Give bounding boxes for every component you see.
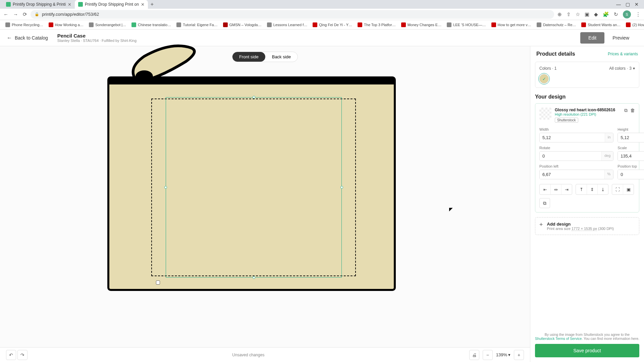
bookmark-item[interactable]: How Working a…: [47, 22, 86, 27]
translate-icon[interactable]: ⊕: [557, 11, 562, 17]
minimize-icon[interactable]: —: [616, 2, 621, 7]
rotate-label: Rotate: [539, 146, 613, 150]
extension-icon[interactable]: ◆: [594, 11, 598, 17]
close-window-icon[interactable]: ✕: [635, 2, 639, 7]
close-icon[interactable]: ✕: [68, 2, 71, 7]
layer-thumbnail[interactable]: [539, 108, 551, 120]
bookmark-favicon: [223, 22, 228, 27]
position-left-input[interactable]: [540, 170, 604, 179]
bookmark-item[interactable]: Lessons Learned f…: [265, 22, 310, 27]
back-to-catalog-button[interactable]: ← Back to Catalog: [7, 35, 48, 41]
color-swatch[interactable]: ✓: [539, 74, 549, 83]
preview-tab[interactable]: Preview: [604, 32, 637, 44]
zoom-level-dropdown[interactable]: 139% ▾: [495, 352, 512, 357]
address-bar[interactable]: 🔒 printify.com/app/editor/753/62: [31, 10, 554, 19]
bookmark-item[interactable]: GMSN – Vologda…: [221, 22, 264, 27]
prices-variants-link[interactable]: Prices & variants: [608, 52, 638, 56]
tab-title: Printify Drop Shipping Print on: [85, 2, 139, 7]
print-preview-button[interactable]: 🖨: [469, 350, 479, 360]
scale-label: Scale: [618, 146, 644, 150]
colors-label: Colors · 1: [539, 66, 556, 71]
align-vcenter-button[interactable]: ⇕: [587, 184, 597, 194]
forward-icon[interactable]: →: [13, 11, 18, 17]
redo-button[interactable]: ↷: [17, 350, 28, 360]
resize-handle-e[interactable]: [340, 186, 343, 189]
bookmark-item[interactable]: LEE 'S HOUSE—…: [445, 22, 488, 27]
copy-to-sides-button[interactable]: ⧉: [539, 198, 550, 208]
browser-tab[interactable]: Printify Drop Shipping & Printi ✕: [3, 0, 75, 9]
bookmark-item[interactable]: Tutorial: Eigene Fa…: [174, 22, 220, 27]
align-hcenter-button[interactable]: ⇔: [550, 184, 561, 194]
align-bottom-button[interactable]: ⤓: [597, 184, 608, 194]
bookmark-item[interactable]: Phone Recycling…: [3, 22, 45, 27]
unit-label: %: [604, 170, 613, 179]
undo-button[interactable]: ↶: [6, 350, 16, 360]
side-toggle: Front side Back side: [232, 52, 298, 62]
height-input[interactable]: [618, 133, 644, 142]
add-design-button[interactable]: + Add design Print area size 1772 × 1535…: [535, 217, 639, 235]
back-side-button[interactable]: Back side: [265, 52, 298, 62]
align-right-button[interactable]: ⇥: [561, 184, 572, 194]
bottom-toolbar: ↶ ↷ Unsaved changes 🖨 − 139% ▾ +: [0, 347, 530, 362]
shutterstock-tos-link[interactable]: Shutterstock Terms of Service: [535, 337, 582, 341]
bookmark-item[interactable]: Qing Fei De Yi - Y…: [311, 22, 354, 27]
vertical-align-group: ⤒ ⇕ ⤓: [576, 184, 608, 195]
bookmark-favicon: [581, 22, 586, 27]
bookmark-favicon: [358, 22, 362, 27]
design-selection[interactable]: [166, 97, 342, 278]
unit-label: in: [605, 133, 613, 142]
save-status: Unsaved changes: [28, 353, 469, 357]
bookmark-item[interactable]: Datenschutz – Re…: [535, 22, 578, 27]
new-tab-button[interactable]: +: [148, 1, 156, 7]
duplicate-layer-icon[interactable]: ⧉: [624, 108, 628, 113]
extension-icon[interactable]: ▣: [585, 11, 589, 17]
browser-tab[interactable]: Printify Drop Shipping Print on ✕: [75, 0, 148, 9]
layer-resolution: High resolution (221 DPI): [555, 112, 621, 116]
bookmark-item[interactable]: Chinese translatio…: [129, 22, 173, 27]
canvas-area[interactable]: Front side Back side ◤: [0, 46, 530, 362]
resize-handle-n[interactable]: [253, 96, 255, 99]
front-side-button[interactable]: Front side: [232, 52, 265, 62]
bookmark-item[interactable]: Money Changes E…: [399, 22, 444, 27]
bookmark-item[interactable]: The Top 3 Platfor…: [356, 22, 398, 27]
all-colors-dropdown[interactable]: All colors · 3 ▾: [609, 66, 635, 71]
width-input[interactable]: [540, 133, 605, 142]
zoom-in-button[interactable]: +: [514, 350, 524, 360]
add-design-title: Add design: [547, 222, 614, 227]
bookmark-favicon: [313, 22, 317, 27]
close-icon[interactable]: ✕: [141, 2, 145, 7]
resize-handle-w[interactable]: [164, 186, 167, 189]
star-icon[interactable]: ☆: [576, 11, 580, 17]
bookmark-item[interactable]: How to get more v…: [489, 22, 533, 27]
favicon: [6, 2, 11, 7]
updates-icon[interactable]: ↻: [614, 11, 618, 17]
bookmark-item[interactable]: (2) How To Add A…: [624, 22, 644, 27]
share-icon[interactable]: ⇧: [567, 11, 571, 17]
back-icon[interactable]: ←: [3, 11, 8, 17]
menu-icon[interactable]: ⋮: [636, 11, 641, 17]
product-details-title: Product details: [536, 51, 575, 57]
profile-avatar[interactable]: S: [623, 10, 631, 18]
lock-icon: 🔒: [35, 12, 39, 16]
fill-button[interactable]: ▣: [623, 184, 634, 194]
zoom-out-button[interactable]: −: [483, 350, 493, 360]
delete-layer-icon[interactable]: 🗑: [630, 108, 635, 113]
fit-button[interactable]: ⛶: [612, 184, 623, 194]
rotate-handle[interactable]: [156, 281, 160, 285]
bookmark-item[interactable]: Sonderangebot |…: [87, 22, 128, 27]
bookmark-favicon: [491, 22, 496, 27]
arrow-left-icon: ←: [7, 35, 12, 41]
bookmark-item[interactable]: Student Wants an…: [579, 22, 623, 27]
edit-tab[interactable]: Edit: [580, 32, 604, 44]
align-left-button[interactable]: ⇤: [540, 184, 550, 194]
right-panel: Product details Prices & variants Colors…: [530, 46, 644, 362]
position-top-input[interactable]: [618, 170, 644, 179]
rotate-input[interactable]: [540, 152, 601, 161]
save-product-button[interactable]: Save product: [535, 344, 639, 357]
maximize-icon[interactable]: ▢: [626, 2, 630, 7]
scale-input[interactable]: [618, 152, 644, 161]
reload-icon[interactable]: ⟳: [23, 11, 27, 17]
resize-handle-s[interactable]: [253, 276, 255, 279]
align-top-button[interactable]: ⤒: [576, 184, 587, 194]
extensions-menu-icon[interactable]: 🧩: [603, 11, 609, 17]
